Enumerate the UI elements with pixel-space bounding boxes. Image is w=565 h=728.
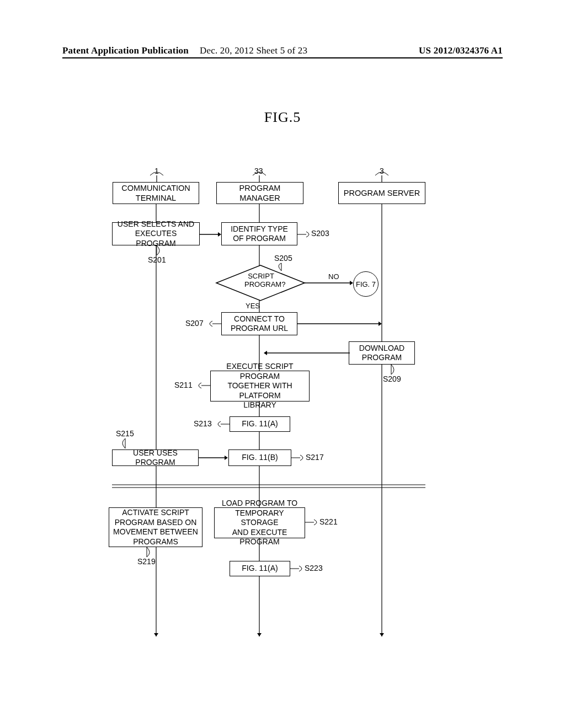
step-s219: ACTIVATE SCRIPTPROGRAM BASED ONMOVEMENT … — [109, 507, 202, 547]
header-left: Patent Application Publication — [62, 45, 189, 56]
header-mid: Dec. 20, 2012 Sheet 5 of 23 — [200, 45, 307, 56]
label-s211: S211 — [174, 381, 193, 389]
label-yes: YES — [246, 302, 260, 310]
swimhead-terminal: COMMUNICATIONTERMINAL — [113, 182, 199, 204]
label-s221: S221 — [319, 517, 338, 526]
swimhead-server: PROGRAM SERVER — [338, 182, 425, 204]
label-s213: S213 — [194, 419, 212, 428]
step-s215: USER USES PROGRAM — [112, 449, 199, 466]
offpage-fig7: FIG. 7 — [353, 271, 379, 297]
step-s223: FIG. 11(A) — [230, 561, 290, 576]
step-s207: CONNECT TOPROGRAM URL — [221, 312, 297, 335]
label-s215: S215 — [116, 429, 134, 438]
figure-title: FIG.5 — [0, 109, 565, 126]
svg-marker-22 — [264, 351, 267, 355]
step-s221: LOAD PROGRAM TOTEMPORARY STORAGEAND EXEC… — [214, 507, 305, 538]
label-no: NO — [328, 272, 339, 281]
step-s211: EXECUTE SCRIPT PROGRAMTOGETHER WITH PLAT… — [210, 371, 310, 402]
step-s213: FIG. 11(A) — [230, 416, 290, 432]
step-s203: IDENTIFY TYPEOF PROGRAM — [221, 222, 297, 245]
step-s209: DOWNLOADPROGRAM — [349, 341, 415, 365]
label-s205: S205 — [274, 254, 292, 263]
label-s223: S223 — [305, 564, 323, 572]
svg-marker-8 — [380, 633, 384, 636]
label-s203: S203 — [311, 229, 329, 238]
step-s205-text: SCRIPTPROGRAM? — [244, 272, 278, 289]
svg-marker-27 — [225, 456, 228, 460]
label-s219: S219 — [137, 557, 156, 566]
step-s201: USER SELECTS ANDEXECUTES PROGRAM — [112, 222, 200, 245]
page-header: Patent Application Publication Dec. 20, … — [62, 45, 503, 58]
svg-marker-6 — [257, 633, 262, 636]
header-right: US 2012/0324376 A1 — [419, 45, 503, 56]
step-s217: FIG. 11(B) — [228, 449, 291, 466]
swimhead-manager: PROGRAM MANAGER — [216, 182, 303, 204]
label-s201: S201 — [148, 255, 166, 264]
label-s209: S209 — [383, 374, 401, 383]
label-s207: S207 — [185, 319, 204, 328]
label-s217: S217 — [306, 453, 324, 462]
svg-marker-4 — [154, 633, 158, 636]
